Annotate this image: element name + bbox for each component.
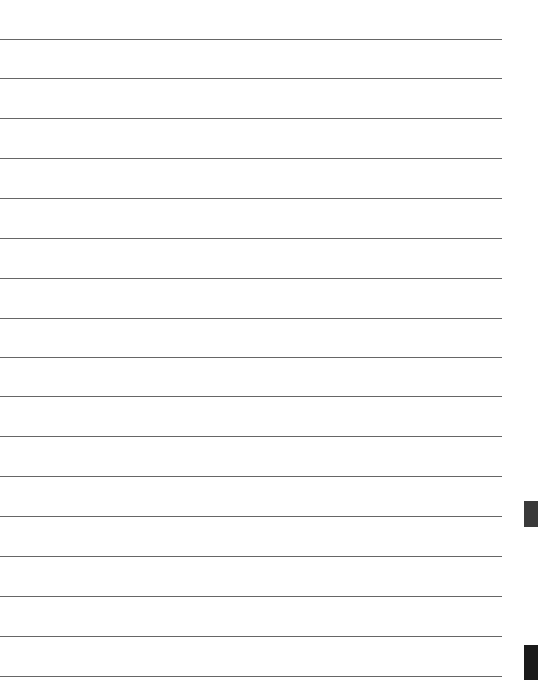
ruled-line (0, 198, 502, 199)
ruled-line (0, 556, 502, 557)
ruled-line (0, 318, 502, 319)
ruled-line (0, 78, 502, 79)
ruled-line (0, 476, 502, 477)
ruled-line (0, 636, 502, 637)
ruled-line (0, 396, 502, 397)
ruled-line (0, 516, 502, 517)
side-tab-marker[interactable] (524, 645, 538, 680)
ruled-line (0, 278, 502, 279)
ruled-line (0, 676, 502, 677)
ruled-line (0, 158, 502, 159)
ruled-line (0, 238, 502, 239)
ruled-line (0, 357, 502, 358)
side-tab-marker[interactable] (524, 501, 538, 527)
ruled-line (0, 118, 502, 119)
ruled-line (0, 596, 502, 597)
ruled-line (0, 436, 502, 437)
ruled-line (0, 39, 502, 40)
